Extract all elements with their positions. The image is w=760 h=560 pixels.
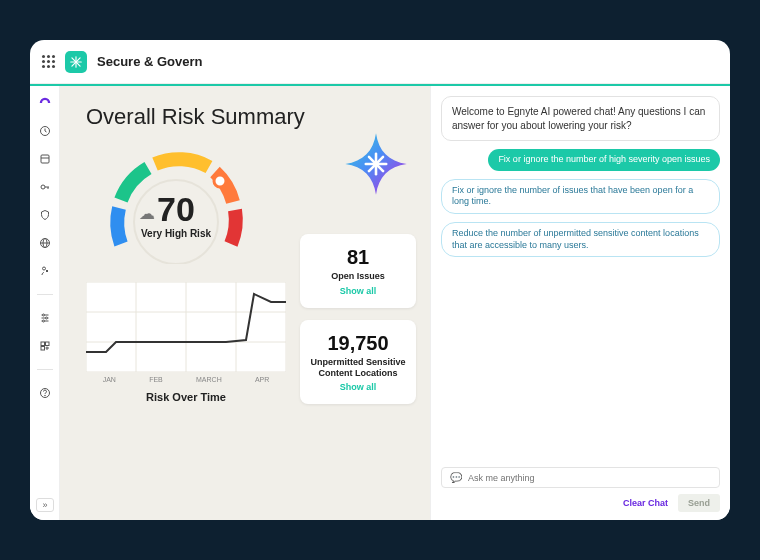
nav-help[interactable] bbox=[38, 386, 52, 400]
show-all-link[interactable]: Show all bbox=[310, 382, 406, 392]
apps-grid-icon[interactable] bbox=[42, 55, 55, 68]
chat-actions: Clear Chat Send bbox=[441, 494, 720, 512]
risk-level-label: Very High Risk bbox=[91, 228, 261, 239]
nav-content[interactable] bbox=[38, 152, 52, 166]
chat-input[interactable] bbox=[468, 473, 711, 483]
ai-star-icon bbox=[344, 132, 408, 196]
svg-point-22 bbox=[44, 395, 45, 396]
open-issues-card: 81 Open Issues Show all bbox=[300, 234, 416, 308]
svg-point-15 bbox=[42, 314, 44, 316]
nav-permissions[interactable] bbox=[38, 180, 52, 194]
nav-apps[interactable] bbox=[38, 339, 52, 353]
svg-point-16 bbox=[45, 317, 47, 319]
nav-protect[interactable] bbox=[38, 208, 52, 222]
x-tick: APR bbox=[255, 376, 269, 383]
chat-suggestion[interactable]: Fix or ignore the number of high severit… bbox=[488, 149, 720, 171]
sensitive-locations-card: 19,750 Unpermitted Sensitive Content Loc… bbox=[300, 320, 416, 405]
app-title: Secure & Govern bbox=[97, 54, 203, 69]
body: » Overall Risk Summary bbox=[30, 86, 730, 520]
risk-trend-card: JAN FEB MARCH APR Risk Over Time bbox=[86, 282, 286, 403]
svg-point-17 bbox=[42, 320, 44, 322]
chat-input-row: 💬 bbox=[441, 467, 720, 488]
x-tick: MARCH bbox=[196, 376, 222, 383]
risk-gauge: ☁ 70 Very High Risk bbox=[91, 144, 261, 264]
brand-logo bbox=[65, 51, 87, 73]
chat-panel: Welcome to Egnyte AI powered chat! Any q… bbox=[430, 86, 730, 520]
main: Overall Risk Summary bbox=[60, 86, 730, 520]
header: Secure & Govern bbox=[30, 40, 730, 84]
risk-gauge-card: ☁ 70 Very High Risk bbox=[86, 144, 266, 264]
risk-score: 70 bbox=[91, 192, 261, 226]
stat-value: 19,750 bbox=[310, 332, 406, 355]
app-window: Secure & Govern » Overall Risk Summary bbox=[30, 40, 730, 520]
x-tick: FEB bbox=[149, 376, 163, 383]
chart-title: Risk Over Time bbox=[86, 391, 286, 403]
nav-network[interactable] bbox=[38, 236, 52, 250]
x-tick: JAN bbox=[103, 376, 116, 383]
left-col: ☁ 70 Very High Risk bbox=[86, 144, 286, 512]
svg-rect-5 bbox=[41, 155, 49, 163]
svg-point-7 bbox=[41, 185, 45, 189]
stats-column: 81 Open Issues Show all 19,750 Unpermitt… bbox=[300, 234, 416, 512]
nav-dashboard[interactable] bbox=[38, 96, 52, 110]
chat-bubble-icon: 💬 bbox=[450, 472, 462, 483]
chat-messages: Welcome to Egnyte AI powered chat! Any q… bbox=[441, 96, 720, 459]
chat-welcome-message: Welcome to Egnyte AI powered chat! Any q… bbox=[441, 96, 720, 141]
stat-label: Open Issues bbox=[310, 271, 406, 282]
chart-x-axis: JAN FEB MARCH APR bbox=[86, 376, 286, 383]
sidebar-separator bbox=[37, 294, 53, 295]
svg-rect-18 bbox=[41, 342, 45, 346]
chat-suggestion[interactable]: Fix or ignore the number of issues that … bbox=[441, 179, 720, 214]
chat-suggestion[interactable]: Reduce the number of unpermitted sensiti… bbox=[441, 222, 720, 257]
page-title: Overall Risk Summary bbox=[86, 104, 416, 130]
stat-value: 81 bbox=[310, 246, 406, 269]
clear-chat-link[interactable]: Clear Chat bbox=[623, 498, 668, 508]
show-all-link[interactable]: Show all bbox=[310, 286, 406, 296]
nav-settings[interactable] bbox=[38, 311, 52, 325]
svg-rect-20 bbox=[41, 347, 45, 351]
svg-point-28 bbox=[214, 175, 226, 187]
dashboard-content: ☁ 70 Very High Risk bbox=[86, 144, 416, 512]
stat-label: Unpermitted Sensitive Content Locations bbox=[310, 357, 406, 379]
dashboard-pane: Overall Risk Summary bbox=[60, 86, 430, 520]
nav-users[interactable] bbox=[38, 264, 52, 278]
sidebar: » bbox=[30, 86, 60, 520]
svg-rect-19 bbox=[45, 342, 49, 346]
nav-activity[interactable] bbox=[38, 124, 52, 138]
risk-trend-chart bbox=[86, 282, 286, 372]
svg-point-11 bbox=[42, 267, 45, 270]
send-button[interactable]: Send bbox=[678, 494, 720, 512]
sidebar-collapse-button[interactable]: » bbox=[36, 498, 54, 512]
sidebar-separator-2 bbox=[37, 369, 53, 370]
